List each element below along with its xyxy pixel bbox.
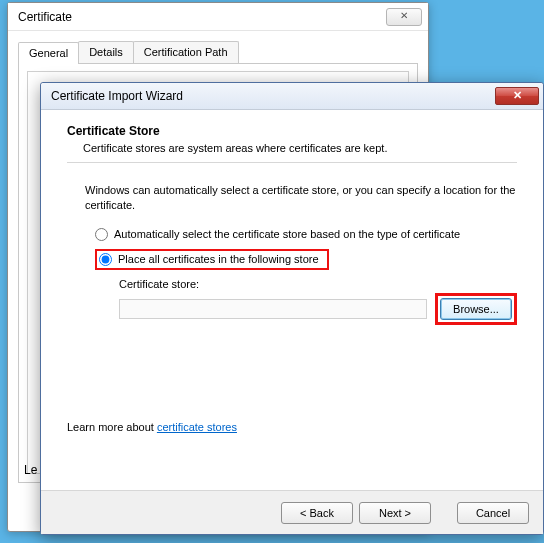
tab-details[interactable]: Details — [78, 41, 134, 63]
section-description: Certificate stores are system areas wher… — [83, 142, 517, 154]
learn-prefix: Learn more about — [67, 421, 157, 433]
wizard-footer: < Back Next > Cancel — [41, 490, 543, 534]
wizard-close-button[interactable]: ✕ — [495, 87, 539, 105]
certificate-tabs: General Details Certification Path — [18, 41, 418, 64]
instruction-text: Windows can automatically select a certi… — [85, 183, 517, 214]
store-label: Certificate store: — [119, 278, 517, 290]
store-input[interactable] — [119, 299, 427, 319]
section-heading: Certificate Store — [67, 124, 517, 138]
tab-certification-path[interactable]: Certification Path — [133, 41, 239, 63]
wizard-title: Certificate Import Wizard — [51, 89, 183, 103]
learn-more: Learn more about certificate stores — [67, 421, 517, 433]
certificate-close-button[interactable]: ✕ — [386, 8, 422, 26]
wizard-window: Certificate Import Wizard ✕ Certificate … — [40, 82, 544, 535]
store-row: Browse... — [119, 293, 517, 325]
highlight-place-option: Place all certificates in the following … — [95, 249, 329, 270]
radio-place-row: Place all certificates in the following … — [95, 249, 517, 270]
radio-place[interactable] — [99, 253, 112, 266]
learn-link[interactable]: certificate stores — [157, 421, 237, 433]
divider — [67, 162, 517, 163]
back-button[interactable]: < Back — [281, 502, 353, 524]
store-block: Certificate store: Browse... — [119, 278, 517, 325]
certificate-titlebar: Certificate ✕ — [8, 3, 428, 31]
radio-auto[interactable] — [95, 228, 108, 241]
highlight-browse: Browse... — [435, 293, 517, 325]
truncated-text: Le — [24, 463, 37, 477]
next-button[interactable]: Next > — [359, 502, 431, 524]
cancel-button[interactable]: Cancel — [457, 502, 529, 524]
wizard-body: Certificate Store Certificate stores are… — [41, 110, 543, 490]
certificate-title: Certificate — [18, 10, 72, 24]
browse-button[interactable]: Browse... — [440, 298, 512, 320]
radio-auto-row[interactable]: Automatically select the certificate sto… — [95, 228, 517, 241]
radio-auto-label: Automatically select the certificate sto… — [114, 228, 460, 240]
tab-general[interactable]: General — [18, 42, 79, 64]
radio-place-label: Place all certificates in the following … — [118, 253, 319, 265]
wizard-titlebar: Certificate Import Wizard ✕ — [41, 83, 543, 110]
